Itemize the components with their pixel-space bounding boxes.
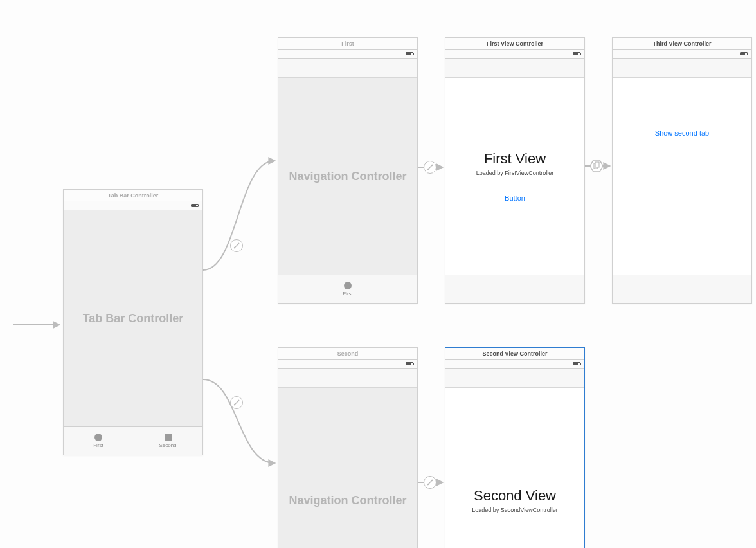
svg-point-17 xyxy=(428,484,429,485)
scene-title: Tab Bar Controller xyxy=(64,190,203,201)
scene-body: Navigation Controller xyxy=(278,78,417,275)
battery-icon xyxy=(406,52,413,55)
segue-show-icon[interactable] xyxy=(590,159,604,173)
svg-point-8 xyxy=(234,404,235,405)
tab-item-label: First xyxy=(343,291,353,297)
view-heading: Second View xyxy=(474,488,556,504)
segue-relationship-icon[interactable] xyxy=(424,476,437,489)
segue-relationship-icon[interactable] xyxy=(230,239,243,252)
battery-icon xyxy=(406,362,413,365)
tab-item-second[interactable]: Second xyxy=(133,427,203,455)
svg-point-11 xyxy=(428,169,429,170)
status-bar xyxy=(278,50,417,59)
button[interactable]: Button xyxy=(505,194,525,202)
scene-tab-bar-controller[interactable]: Tab Bar Controller Tab Bar Controller Fi… xyxy=(63,189,203,455)
nav-bar xyxy=(613,59,752,78)
tab-bar-placeholder xyxy=(613,275,752,303)
battery-icon xyxy=(740,52,748,55)
view-heading: First View xyxy=(484,151,546,167)
tab-item-first[interactable]: First xyxy=(64,427,133,455)
tab-item-label: First xyxy=(93,443,104,448)
svg-point-6 xyxy=(238,243,239,244)
tab-bar-placeholder xyxy=(446,275,584,303)
scene-title: First xyxy=(278,38,417,50)
nav-bar xyxy=(278,59,417,78)
scene-title: Second xyxy=(278,348,417,360)
scene-placeholder-label: Tab Bar Controller xyxy=(83,312,184,325)
tab-bar: First xyxy=(278,275,417,303)
segue-relationship-icon[interactable] xyxy=(424,161,437,174)
square-icon xyxy=(165,434,172,441)
svg-point-18 xyxy=(431,480,433,481)
scene-placeholder-label: Navigation Controller xyxy=(289,170,406,183)
circle-icon xyxy=(94,434,102,441)
scene-body: Tab Bar Controller xyxy=(64,210,203,426)
svg-point-9 xyxy=(238,400,239,401)
scene-body: Navigation Controller xyxy=(278,388,417,548)
scene-nav-controller-first[interactable]: First Navigation Controller First xyxy=(278,37,418,304)
tab-item-label: Second xyxy=(159,443,176,448)
battery-icon xyxy=(573,52,580,55)
storyboard-canvas[interactable]: Tab Bar Controller Tab Bar Controller Fi… xyxy=(0,0,756,548)
tab-item-first[interactable]: First xyxy=(278,275,417,303)
view-subtitle: Loaded by FirstViewController xyxy=(476,170,554,176)
scene-body: First View Loaded by FirstViewController… xyxy=(446,78,584,275)
scene-title: Third View Controller xyxy=(613,38,752,50)
scene-second-view-controller[interactable]: Second View Controller Second View Loade… xyxy=(445,347,585,548)
scene-title: Second View Controller xyxy=(446,348,584,360)
battery-icon xyxy=(191,204,199,207)
status-bar xyxy=(64,201,203,210)
scene-body: Show second tab xyxy=(613,78,752,275)
status-bar xyxy=(613,50,752,59)
battery-icon xyxy=(573,362,580,365)
scene-nav-controller-second[interactable]: Second Navigation Controller xyxy=(278,347,418,548)
status-bar xyxy=(278,360,417,369)
view-subtitle: Loaded by SecondViewController xyxy=(472,507,557,513)
scene-third-view-controller[interactable]: Third View Controller Show second tab xyxy=(612,37,752,304)
show-second-tab-button[interactable]: Show second tab xyxy=(655,129,709,137)
circle-icon xyxy=(344,282,352,289)
nav-bar xyxy=(446,59,584,78)
status-bar xyxy=(446,360,584,369)
svg-rect-15 xyxy=(595,162,599,167)
scene-title: First View Controller xyxy=(446,38,584,50)
scene-placeholder-label: Navigation Controller xyxy=(289,494,406,507)
svg-point-5 xyxy=(234,247,235,248)
nav-bar xyxy=(446,369,584,388)
status-bar xyxy=(446,50,584,59)
scene-body: Second View Loaded by SecondViewControll… xyxy=(446,388,584,548)
nav-bar xyxy=(278,369,417,388)
scene-first-view-controller[interactable]: First View Controller First View Loaded … xyxy=(445,37,585,304)
segue-relationship-icon[interactable] xyxy=(230,396,243,409)
svg-point-12 xyxy=(431,165,433,166)
tab-bar: First Second xyxy=(64,426,203,455)
